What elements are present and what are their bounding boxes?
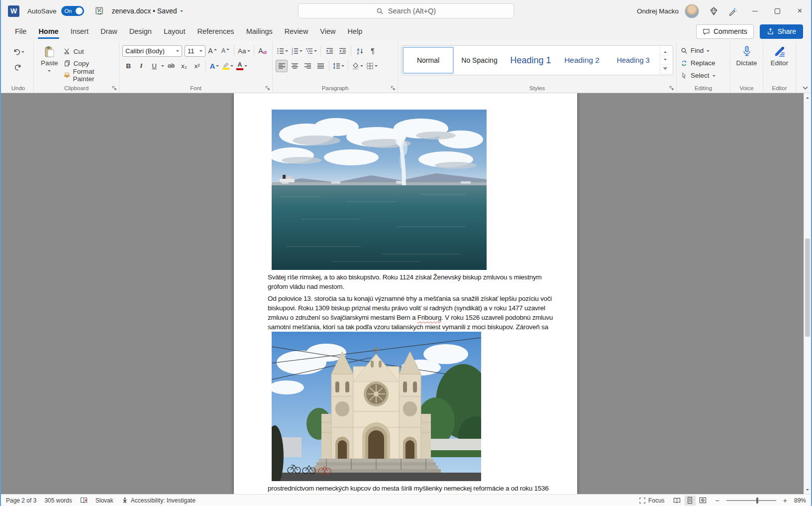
page-indicator[interactable]: Page 2 of 3 (6, 497, 36, 504)
shading-button[interactable] (351, 60, 364, 72)
change-case-button[interactable]: Aa (237, 45, 251, 57)
document-page[interactable]: Svätej ríše rímskej, a to ako biskupstvo… (234, 93, 577, 494)
subscript-button[interactable]: x₂ (178, 60, 190, 72)
grow-font-button[interactable]: A (206, 45, 218, 57)
tab-draw[interactable]: Draw (95, 23, 123, 40)
tab-design[interactable]: Design (123, 23, 158, 40)
doc-text-line[interactable]: grófom vládu nad mestom. (268, 283, 344, 290)
web-layout-button[interactable] (698, 496, 709, 506)
clipboard-dialog-launcher[interactable] (112, 86, 117, 91)
tab-review[interactable]: Review (279, 23, 314, 40)
title-dropdown-icon[interactable] (180, 10, 183, 13)
doc-text-line[interactable]: zmluvu o združení so švajčiarskymi mesta… (268, 314, 553, 321)
justify-button[interactable] (314, 60, 326, 72)
italic-button[interactable]: I (135, 60, 147, 72)
cut-button[interactable]: Cut (62, 46, 116, 57)
word-count[interactable]: 305 words (44, 497, 72, 504)
increase-indent-button[interactable] (336, 45, 348, 57)
collapse-ribbon-icon[interactable] (803, 86, 808, 90)
tab-layout[interactable]: Layout (158, 23, 192, 40)
copy-button[interactable]: Copy (62, 58, 116, 69)
autosave-toggle[interactable]: On (61, 6, 84, 16)
format-painter-button[interactable]: Format Painter (62, 70, 116, 81)
zoom-level[interactable]: 89% (794, 497, 806, 504)
avatar[interactable] (685, 4, 699, 18)
zoom-slider[interactable] (726, 500, 776, 501)
font-family-select[interactable]: Calibri (Body) (122, 45, 182, 57)
user-name[interactable]: Ondrej Macko (637, 7, 679, 15)
designer-icon[interactable] (706, 3, 721, 18)
cathedral-photo[interactable] (272, 332, 481, 481)
strikethrough-button[interactable]: ab (165, 60, 177, 72)
styles-scroll-up[interactable] (660, 47, 670, 56)
search-box[interactable]: Search (Alt+Q) (298, 3, 514, 18)
doc-text-line[interactable]: Svätej ríše rímskej, a to ako biskupstvo… (268, 273, 542, 281)
doc-text-line[interactable]: samotní mešťania, ktorí sa tak podľa vzo… (268, 323, 548, 331)
style-heading3[interactable]: Heading 3 (608, 47, 659, 74)
style-heading1[interactable]: Heading 1 (505, 47, 556, 74)
align-center-button[interactable] (289, 60, 301, 72)
zoom-slider-thumb[interactable] (756, 498, 758, 504)
clear-formatting-button[interactable]: A (257, 45, 269, 57)
zoom-out-button[interactable]: − (715, 497, 719, 505)
print-layout-button[interactable] (685, 496, 696, 506)
numbering-button[interactable] (290, 45, 304, 57)
tab-references[interactable]: References (191, 23, 240, 40)
redo-button[interactable] (12, 61, 24, 73)
minimize-button[interactable] (744, 0, 766, 22)
word-app-icon[interactable]: W (8, 5, 19, 17)
align-right-button[interactable] (302, 60, 313, 72)
scroll-up-icon[interactable] (804, 93, 811, 101)
font-size-select[interactable]: 11 (185, 45, 205, 57)
underline-dropdown-icon[interactable] (161, 65, 164, 68)
find-button[interactable]: Find (680, 45, 727, 56)
read-mode-button[interactable] (672, 496, 683, 506)
superscript-button[interactable]: x² (191, 60, 203, 72)
styles-dialog-launcher[interactable] (669, 86, 674, 91)
language-indicator[interactable]: Slovak (96, 497, 113, 504)
scrollbar-thumb[interactable] (805, 239, 810, 337)
paste-dropdown-icon[interactable] (48, 70, 51, 73)
text-effects-button[interactable]: A (208, 60, 220, 72)
styles-gallery-expand[interactable] (660, 65, 670, 74)
close-button[interactable]: × (789, 0, 811, 22)
style-normal[interactable]: Normal (403, 47, 454, 74)
tab-view[interactable]: View (314, 23, 341, 40)
vertical-scrollbar[interactable] (804, 93, 811, 494)
multilevel-list-button[interactable] (304, 45, 318, 57)
comments-button[interactable]: Comments (696, 24, 754, 39)
highlight-button[interactable] (221, 60, 234, 72)
editor-button[interactable]: Editor (766, 44, 793, 68)
proofing-status[interactable] (80, 497, 88, 504)
sparkle-pen-icon[interactable] (725, 3, 740, 18)
show-formatting-button[interactable]: ¶ (367, 45, 379, 57)
lake-geneva-photo[interactable] (272, 110, 487, 270)
scroll-down-icon[interactable] (804, 487, 811, 494)
doc-text-line[interactable]: prostredníctvom nemeckých kupcov do mest… (268, 485, 548, 492)
borders-button[interactable] (365, 60, 379, 72)
style-no-spacing[interactable]: No Spacing (454, 47, 505, 74)
align-left-button[interactable] (276, 60, 288, 72)
sort-button[interactable] (354, 45, 366, 57)
paste-button[interactable]: Paste (37, 44, 62, 83)
misspelled-word[interactable]: Fribourg (417, 314, 441, 321)
zoom-in-button[interactable]: + (783, 497, 787, 505)
shrink-font-button[interactable]: A (219, 45, 231, 57)
tab-mailings[interactable]: Mailings (240, 23, 279, 40)
focus-mode-button[interactable]: Focus (639, 497, 665, 504)
select-button[interactable]: Select (680, 70, 727, 81)
bold-button[interactable]: B (122, 60, 134, 72)
share-button[interactable]: Share (760, 24, 803, 39)
bullets-button[interactable] (276, 45, 289, 57)
style-heading2[interactable]: Heading 2 (556, 47, 608, 74)
replace-button[interactable]: Replace (680, 58, 727, 68)
decrease-indent-button[interactable] (323, 45, 335, 57)
undo-button[interactable] (11, 45, 25, 58)
paragraph-dialog-launcher[interactable] (391, 86, 396, 91)
doc-text-line[interactable]: biskupovi. Roku 1309 biskup priznal mest… (268, 304, 545, 312)
tab-home[interactable]: Home (32, 23, 64, 40)
accessibility-status[interactable]: Accessibility: Investigate (121, 497, 196, 504)
dictate-button[interactable]: Dictate (733, 44, 760, 68)
doc-text-line[interactable]: Od polovice 13. storočia sa tu konajú vý… (268, 295, 552, 302)
font-color-button[interactable]: A (235, 60, 248, 72)
